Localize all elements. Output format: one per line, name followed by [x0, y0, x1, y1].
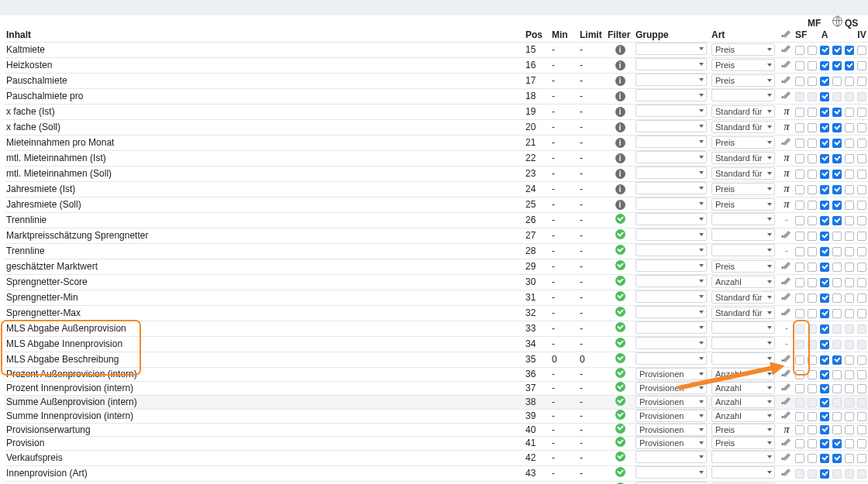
checkbox[interactable]: [795, 439, 804, 448]
checkbox[interactable]: [845, 61, 854, 70]
checkbox[interactable]: [857, 355, 866, 365]
select[interactable]: [711, 228, 775, 241]
checkbox[interactable]: [845, 398, 854, 407]
select[interactable]: Preis: [711, 437, 775, 449]
checkbox[interactable]: [795, 412, 804, 421]
checkbox[interactable]: [808, 384, 817, 393]
pencil-icon[interactable]: [781, 396, 792, 407]
checkbox[interactable]: [795, 324, 804, 334]
checkbox[interactable]: [820, 108, 829, 117]
checkbox[interactable]: [820, 309, 829, 318]
checkbox[interactable]: [845, 247, 854, 256]
checkbox[interactable]: [857, 108, 866, 117]
checkbox[interactable]: [845, 201, 854, 210]
checkbox[interactable]: [820, 324, 829, 334]
checkbox[interactable]: [795, 425, 804, 434]
pencil-icon[interactable]: [781, 59, 792, 70]
checkbox[interactable]: [832, 469, 842, 479]
pencil-icon[interactable]: [781, 90, 792, 101]
checkbox[interactable]: [857, 469, 866, 479]
checkbox[interactable]: [808, 139, 817, 148]
select[interactable]: Anzahl: [711, 368, 775, 380]
select[interactable]: [636, 74, 707, 86]
checkbox[interactable]: [820, 123, 829, 132]
select[interactable]: Anzahl: [711, 382, 775, 394]
pencil-icon[interactable]: [781, 136, 792, 147]
checkbox[interactable]: [808, 469, 817, 479]
checkbox[interactable]: [845, 139, 854, 148]
checkbox[interactable]: [857, 201, 866, 210]
checkbox[interactable]: [820, 92, 829, 101]
checkbox[interactable]: [845, 309, 854, 318]
select[interactable]: Anzahl: [711, 276, 775, 288]
checkbox[interactable]: [820, 77, 829, 86]
checkbox[interactable]: [808, 398, 817, 407]
checkbox[interactable]: [795, 232, 804, 241]
checkbox[interactable]: [832, 324, 842, 334]
checkbox[interactable]: [808, 185, 817, 194]
pencil-icon[interactable]: [781, 382, 792, 393]
checkbox[interactable]: [808, 61, 817, 70]
checkbox[interactable]: [832, 216, 842, 225]
checkbox[interactable]: [832, 61, 842, 70]
checkbox[interactable]: [795, 340, 804, 349]
select[interactable]: Provisionen: [636, 382, 707, 394]
checkbox[interactable]: [845, 232, 854, 241]
pencil-icon[interactable]: [781, 437, 792, 448]
select[interactable]: Standard für: [711, 167, 775, 180]
checkbox[interactable]: [820, 469, 829, 479]
checkbox[interactable]: [845, 263, 854, 272]
pi-icon[interactable]: π: [781, 200, 792, 209]
checkbox[interactable]: [820, 293, 829, 303]
checkbox[interactable]: [820, 340, 829, 349]
checkbox[interactable]: [795, 108, 804, 117]
checkbox[interactable]: [820, 154, 829, 163]
checkbox[interactable]: [857, 454, 866, 463]
checkbox[interactable]: [795, 370, 804, 379]
checkbox[interactable]: [808, 309, 817, 318]
select[interactable]: [636, 451, 707, 463]
select[interactable]: Standard für: [711, 291, 775, 304]
checkbox[interactable]: [795, 123, 804, 132]
checkbox[interactable]: [857, 340, 866, 349]
checkbox[interactable]: [857, 46, 866, 55]
checkbox[interactable]: [845, 355, 854, 365]
checkbox[interactable]: [832, 412, 842, 421]
select[interactable]: Standard für: [711, 307, 775, 319]
checkbox[interactable]: [795, 247, 804, 256]
checkbox[interactable]: [857, 170, 866, 179]
select[interactable]: Preis: [711, 59, 775, 71]
checkbox[interactable]: [845, 454, 854, 463]
checkbox[interactable]: [857, 216, 866, 225]
select[interactable]: Preis: [711, 183, 775, 195]
select[interactable]: [636, 89, 707, 101]
checkbox[interactable]: [795, 170, 804, 179]
select[interactable]: Anzahl: [711, 396, 775, 408]
checkbox[interactable]: [808, 46, 817, 55]
select[interactable]: [636, 259, 707, 272]
select[interactable]: Standard für: [711, 105, 775, 118]
checkbox[interactable]: [857, 412, 866, 421]
checkbox[interactable]: [845, 123, 854, 132]
checkbox[interactable]: [795, 309, 804, 318]
checkbox[interactable]: [808, 232, 817, 241]
select[interactable]: Preis: [711, 74, 775, 87]
select[interactable]: [636, 151, 707, 163]
checkbox[interactable]: [857, 278, 866, 287]
checkbox[interactable]: [857, 370, 866, 379]
checkbox[interactable]: [808, 355, 817, 365]
checkbox[interactable]: [845, 278, 854, 287]
select[interactable]: [636, 182, 707, 194]
pencil-icon[interactable]: [781, 410, 792, 420]
select[interactable]: [636, 213, 707, 225]
checkbox[interactable]: [820, 384, 829, 393]
select[interactable]: [636, 321, 707, 334]
select[interactable]: Preis: [711, 198, 775, 211]
select[interactable]: Preis: [711, 43, 775, 56]
select[interactable]: [636, 275, 707, 287]
checkbox[interactable]: [820, 139, 829, 148]
pi-icon[interactable]: π: [781, 153, 792, 163]
checkbox[interactable]: [832, 293, 842, 303]
pi-icon[interactable]: π: [781, 425, 792, 434]
pencil-icon[interactable]: [781, 307, 792, 318]
